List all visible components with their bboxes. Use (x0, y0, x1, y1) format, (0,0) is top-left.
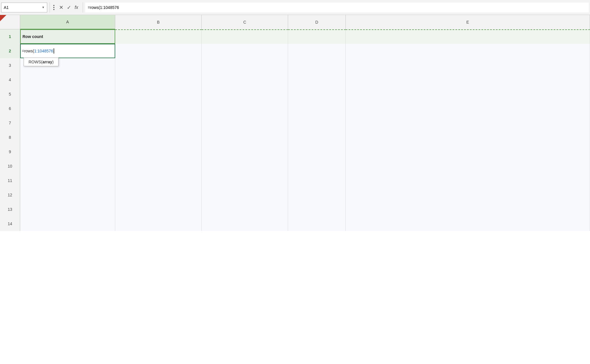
formula-bar-dots[interactable] (52, 5, 56, 10)
autocomplete-tooltip[interactable]: ROWS(array) (24, 58, 58, 66)
cell-a4[interactable] (20, 73, 115, 87)
cell-c5[interactable] (202, 87, 288, 101)
cell-d12[interactable] (288, 188, 346, 202)
cell-b5[interactable] (115, 87, 202, 101)
cell-a8[interactable] (20, 130, 115, 145)
cell-a5[interactable] (20, 87, 115, 101)
cell-c13[interactable] (202, 202, 288, 217)
cell-e2[interactable] (346, 44, 590, 58)
formula-confirm-button[interactable]: ✓ (67, 4, 71, 11)
col-header-d[interactable]: D (288, 15, 346, 29)
cell-e9[interactable] (346, 145, 590, 159)
cell-b3[interactable] (115, 58, 202, 73)
cell-a9[interactable] (20, 145, 115, 159)
cell-c12[interactable] (202, 188, 288, 202)
cell-a10[interactable] (20, 159, 115, 173)
corner-cell[interactable] (0, 15, 20, 29)
column-headers: A B C D E (0, 15, 590, 29)
autocomplete-func-name: ROWS( (29, 60, 42, 64)
cell-d1[interactable] (288, 29, 346, 44)
cell-b14[interactable] (115, 217, 202, 231)
cell-a12[interactable] (20, 188, 115, 202)
cell-a13[interactable] (20, 202, 115, 217)
cell-c4[interactable] (202, 73, 288, 87)
cell-a1-value: Row count (22, 34, 43, 39)
cell-d13[interactable] (288, 202, 346, 217)
cell-d9[interactable] (288, 145, 346, 159)
cell-b12[interactable] (115, 188, 202, 202)
cell-e14[interactable] (346, 217, 590, 231)
formula-divider-2 (83, 2, 83, 13)
cell-c9[interactable] (202, 145, 288, 159)
cell-a2[interactable]: =rows(1:1048576 ROWS(array) (20, 44, 115, 58)
cell-c1[interactable] (202, 29, 288, 44)
cell-d8[interactable] (288, 130, 346, 145)
cell-b9[interactable] (115, 145, 202, 159)
cell-c7[interactable] (202, 116, 288, 130)
cell-d4[interactable] (288, 73, 346, 87)
cell-d10[interactable] (288, 159, 346, 173)
cell-e8[interactable] (346, 130, 590, 145)
cell-b13[interactable] (115, 202, 202, 217)
col-header-b[interactable]: B (115, 15, 202, 29)
cell-c10[interactable] (202, 159, 288, 173)
cell-e12[interactable] (346, 188, 590, 202)
cell-c8[interactable] (202, 130, 288, 145)
cell-e7[interactable] (346, 116, 590, 130)
cell-c2[interactable] (202, 44, 288, 58)
cell-a14[interactable] (20, 217, 115, 231)
row-number-1: 1 (0, 29, 20, 44)
row-number-11: 11 (0, 173, 20, 188)
cell-name-dropdown-arrow[interactable]: ▼ (42, 6, 45, 9)
cell-d2[interactable] (288, 44, 346, 58)
col-header-e[interactable]: E (346, 15, 590, 29)
cell-a1[interactable]: Row count (20, 29, 115, 44)
cell-d5[interactable] (288, 87, 346, 101)
cell-e5[interactable] (346, 87, 590, 101)
row-number-10: 10 (0, 159, 20, 173)
cell-e4[interactable] (346, 73, 590, 87)
cell-a7[interactable] (20, 116, 115, 130)
cell-e3[interactable] (346, 58, 590, 73)
cell-b8[interactable] (115, 130, 202, 145)
cell-e13[interactable] (346, 202, 590, 217)
cell-c14[interactable] (202, 217, 288, 231)
table-row: 10 (0, 159, 590, 173)
cell-e11[interactable] (346, 173, 590, 188)
row-number-5: 5 (0, 87, 20, 101)
cell-c6[interactable] (202, 101, 288, 116)
cell-b11[interactable] (115, 173, 202, 188)
formula-input[interactable] (85, 3, 589, 12)
cell-b1[interactable] (115, 29, 202, 44)
cell-c3[interactable] (202, 58, 288, 73)
cell-b7[interactable] (115, 116, 202, 130)
cell-b4[interactable] (115, 73, 202, 87)
col-header-c[interactable]: C (202, 15, 288, 29)
formula-cancel-button[interactable]: ✕ (59, 4, 63, 11)
row-number-12: 12 (0, 188, 20, 202)
formula-fx-icon[interactable]: fx (75, 5, 78, 10)
corner-triangle-icon (0, 15, 6, 21)
cell-d3[interactable] (288, 58, 346, 73)
cell-d14[interactable] (288, 217, 346, 231)
row-number-6: 6 (0, 101, 20, 116)
cell-d6[interactable] (288, 101, 346, 116)
cell-name-box[interactable]: A1 ▼ (1, 3, 47, 12)
col-header-a[interactable]: A (20, 15, 115, 29)
cell-e1[interactable] (346, 29, 590, 44)
cell-d11[interactable] (288, 173, 346, 188)
cell-b2[interactable] (115, 44, 202, 58)
row-number-2: 2 (0, 44, 20, 58)
cell-a6[interactable] (20, 101, 115, 116)
cell-e6[interactable] (346, 101, 590, 116)
cell-a11[interactable] (20, 173, 115, 188)
cell-editing-content: =rows(1:1048576 (22, 48, 54, 54)
cell-d7[interactable] (288, 116, 346, 130)
cell-b6[interactable] (115, 101, 202, 116)
table-row: 11 (0, 173, 590, 188)
formula-bar-actions: ✕ ✓ fx (57, 4, 80, 11)
cell-c11[interactable] (202, 173, 288, 188)
formula-bar: A1 ▼ ✕ ✓ fx (0, 0, 590, 15)
cell-b10[interactable] (115, 159, 202, 173)
cell-e10[interactable] (346, 159, 590, 173)
